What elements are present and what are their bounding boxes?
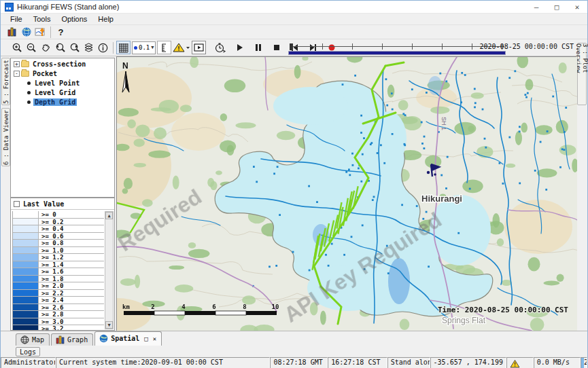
legend-row[interactable]: >= 2.6 xyxy=(13,304,104,312)
level-point[interactable] xyxy=(269,265,271,268)
legend-row[interactable]: >= 2.8 xyxy=(13,311,104,318)
menu-options[interactable]: Options xyxy=(56,14,92,24)
grid-display-icon[interactable] xyxy=(116,41,131,54)
level-point[interactable] xyxy=(360,115,362,117)
maximize-button[interactable]: □ xyxy=(547,1,567,13)
level-point[interactable] xyxy=(253,166,255,168)
timeseries-chart-icon[interactable] xyxy=(33,25,48,39)
level-point[interactable] xyxy=(508,136,511,139)
level-point[interactable] xyxy=(426,92,428,94)
tree-node-depth-grid[interactable]: Depth Grid xyxy=(11,98,114,106)
legend-row[interactable]: >= 3.2 xyxy=(13,325,104,331)
level-point[interactable] xyxy=(358,168,360,170)
sidebar-tab-plot-overview[interactable]: 3 : Plot Overview xyxy=(577,43,587,105)
level-point[interactable] xyxy=(440,174,443,177)
sidebar-tab-data-viewer[interactable]: 6 : Data Viewer xyxy=(1,108,10,166)
level-point[interactable] xyxy=(421,143,423,145)
time-slider-handle[interactable] xyxy=(290,43,293,50)
legend-row[interactable]: >= 0.6 xyxy=(13,233,104,240)
level-point[interactable] xyxy=(292,251,294,253)
expander-icon[interactable]: + xyxy=(14,61,20,67)
pan-hand-icon[interactable] xyxy=(39,41,53,54)
level-point[interactable] xyxy=(525,94,527,96)
level-point[interactable] xyxy=(519,126,521,128)
level-point[interactable] xyxy=(508,77,511,79)
legend-scrollbar[interactable]: ▲ ▼ xyxy=(105,211,114,329)
level-point[interactable] xyxy=(502,183,504,185)
level-point[interactable] xyxy=(404,114,407,116)
legend-row[interactable]: >= 1.6 xyxy=(13,268,104,276)
level-point[interactable] xyxy=(309,270,311,272)
tree-node-label[interactable]: Level Grid xyxy=(33,89,77,96)
level-point[interactable] xyxy=(331,243,333,245)
logs-button[interactable]: Logs xyxy=(16,347,40,356)
level-point[interactable] xyxy=(273,172,275,174)
level-point[interactable] xyxy=(499,162,501,164)
last-value-checkbox[interactable] xyxy=(14,201,20,207)
level-point[interactable] xyxy=(460,101,462,103)
level-point[interactable] xyxy=(565,107,567,109)
tree-node-level-grid[interactable]: Level Grid xyxy=(11,88,114,96)
level-point[interactable] xyxy=(348,168,350,170)
zoom-next-icon[interactable] xyxy=(67,41,82,54)
level-point[interactable] xyxy=(360,181,362,183)
layers-icon[interactable] xyxy=(82,41,96,54)
level-point[interactable] xyxy=(351,153,353,155)
scroll-down-icon[interactable]: ▼ xyxy=(105,321,113,329)
level-point[interactable] xyxy=(383,162,385,164)
legend-row[interactable]: >= 3.0 xyxy=(13,318,104,326)
contour-value-dropdown[interactable]: 0.1 ▼ xyxy=(132,41,156,54)
level-point[interactable] xyxy=(423,136,426,138)
legend-row[interactable]: >= 1.4 xyxy=(13,261,104,269)
level-point[interactable] xyxy=(474,107,476,109)
scale-bar-toggle-icon[interactable] xyxy=(157,41,171,54)
level-point[interactable] xyxy=(469,188,471,190)
level-point[interactable] xyxy=(360,132,362,134)
level-point[interactable] xyxy=(545,189,547,191)
level-point[interactable] xyxy=(328,265,330,267)
tab-spatial[interactable]: Spatial □ ✕ xyxy=(94,331,162,346)
level-point[interactable] xyxy=(552,96,554,98)
level-point[interactable] xyxy=(485,147,487,149)
tree-node-label[interactable]: Pocket xyxy=(31,70,58,77)
help-icon[interactable]: ? xyxy=(54,25,68,39)
level-point[interactable] xyxy=(385,78,387,80)
level-point[interactable] xyxy=(349,174,351,176)
level-point[interactable] xyxy=(564,131,566,133)
level-point[interactable] xyxy=(279,214,281,216)
level-point[interactable] xyxy=(391,92,393,94)
level-point[interactable] xyxy=(386,105,388,107)
play-icon[interactable] xyxy=(232,41,247,54)
level-point[interactable] xyxy=(345,171,347,173)
level-point[interactable] xyxy=(411,88,413,90)
level-point[interactable] xyxy=(428,265,430,268)
level-point[interactable] xyxy=(351,236,353,238)
tab-map[interactable]: Map xyxy=(16,333,50,346)
tree-node-label[interactable]: Cross-section xyxy=(31,60,87,68)
level-point[interactable] xyxy=(256,181,258,183)
level-point[interactable] xyxy=(370,143,372,145)
tree-node-label[interactable]: Level Point xyxy=(33,79,81,87)
legend-row[interactable]: >= 1.8 xyxy=(13,276,104,283)
zoom-in-icon[interactable] xyxy=(10,41,24,54)
level-point[interactable] xyxy=(325,254,327,256)
legend-row[interactable]: >= 1.2 xyxy=(13,254,104,261)
level-point[interactable] xyxy=(559,166,561,168)
level-point[interactable] xyxy=(387,272,390,274)
level-point[interactable] xyxy=(363,137,365,139)
tree-node-level-point[interactable]: Level Point xyxy=(11,79,114,87)
level-point[interactable] xyxy=(275,265,277,267)
level-point[interactable] xyxy=(445,80,447,82)
level-point[interactable] xyxy=(392,109,394,111)
tree-node-label-selected[interactable]: Depth Grid xyxy=(33,98,77,106)
scroll-up-icon[interactable]: ▲ xyxy=(105,212,113,219)
level-point[interactable] xyxy=(404,144,406,146)
level-point[interactable] xyxy=(277,166,279,168)
level-point[interactable] xyxy=(534,170,536,172)
zoom-previous-icon[interactable] xyxy=(53,41,67,54)
level-point[interactable] xyxy=(519,130,521,132)
level-point[interactable] xyxy=(372,199,374,201)
level-point[interactable] xyxy=(514,70,516,72)
legend-row[interactable]: >= 0.8 xyxy=(13,240,104,247)
movie-player-icon[interactable] xyxy=(192,41,206,54)
